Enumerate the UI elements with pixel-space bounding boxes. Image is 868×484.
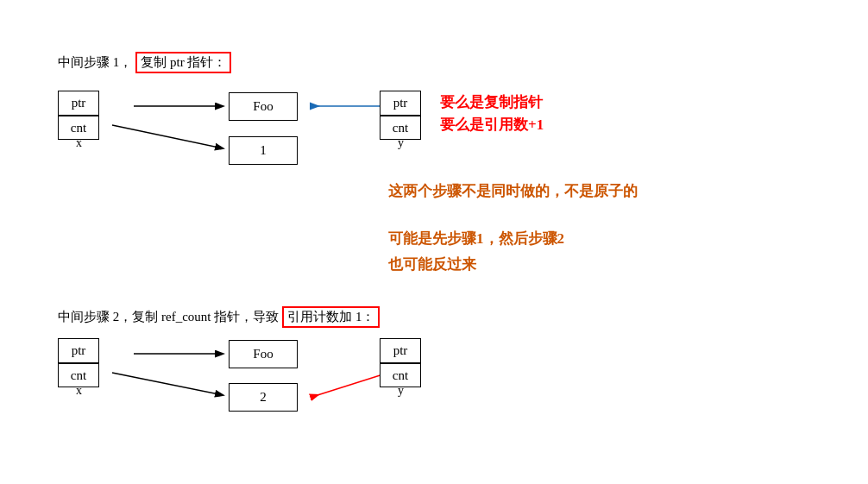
diagram2-y-label: y [398,384,404,398]
step1-label: 中间步骤 1， [58,54,132,71]
diagram1-y-group: ptr cnt [380,91,421,140]
diagram1-x-label: x [76,136,82,150]
diagram2-y-ptr: ptr [380,338,421,363]
diagram1-right-text2: 要么是引用数+1 [440,115,544,135]
step1-highlight: 复制 ptr 指针： [135,52,231,73]
diagram2-x-ptr: ptr [58,338,99,363]
middle-text2-line1: 可能是先步骤1，然后步骤2 [388,229,564,248]
diagram2-y-group: ptr cnt [380,338,421,387]
diagram1-y-label: y [398,136,404,150]
diagram2-x-label: x [76,384,82,398]
diagram1-y-ptr: ptr [380,91,421,116]
step2-highlight: 引用计数加 1： [282,306,380,328]
diagram2-x-group: ptr cnt [58,338,99,387]
diagram1-foo-box: Foo [229,92,298,121]
middle-text1: 这两个步骤不是同时做的，不是原子的 [388,181,638,201]
middle-text2-line2: 也可能反过来 [388,255,476,274]
diagram2-count-box: 2 [229,383,298,412]
diagram1-right-text1: 要么是复制指针 [440,92,543,112]
diagram2-foo-box: Foo [229,340,298,368]
diagram1-x-group: ptr cnt [58,91,99,140]
diagram1-x-ptr: ptr [58,91,99,116]
step2-label: 中间步骤 2，复制 ref_count 指针，导致 [58,309,279,325]
diagram1-count-box: 1 [229,136,298,165]
